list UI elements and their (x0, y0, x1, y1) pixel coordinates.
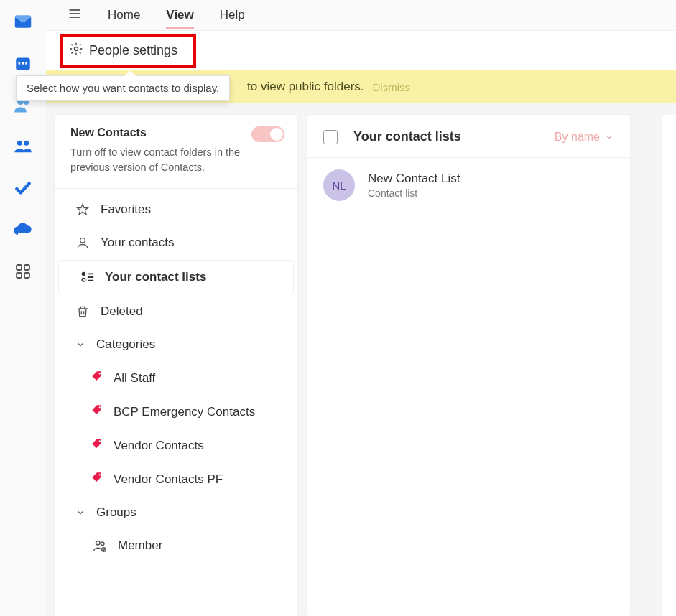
nav-list: Favorites Your contacts Your contact lis… (55, 189, 297, 566)
nav-your-contacts[interactable]: Your contacts (55, 226, 297, 259)
tooltip: Select how you want contacts to display. (16, 75, 230, 101)
top-tab-strip: Home View Help (46, 0, 676, 30)
nav-your-contact-lists-label: Your contact lists (105, 270, 206, 284)
svg-point-7 (24, 141, 29, 146)
rail-calendar-icon[interactable] (11, 52, 34, 75)
list-title: Your contact lists (353, 129, 555, 144)
svg-point-14 (82, 272, 86, 276)
contact-list-item[interactable]: NL New Contact List Contact list (307, 158, 630, 213)
new-contacts-toggle[interactable] (251, 126, 284, 142)
tab-view[interactable]: View (166, 8, 193, 22)
category-all-staff[interactable]: All Staff (55, 361, 297, 395)
nav-groups[interactable]: Groups (55, 496, 297, 529)
tag-icon (91, 471, 103, 487)
banner-dismiss[interactable]: Dismiss (373, 81, 411, 93)
sort-dropdown[interactable]: By name (555, 131, 614, 144)
list-item-texts: New Contact List Contact list (368, 172, 460, 199)
people-settings-label: People settings (89, 43, 177, 58)
svg-point-16 (99, 373, 101, 374)
nav-member[interactable]: Member (55, 529, 297, 562)
banner-text: to view public folders. (247, 80, 364, 94)
content-area: New Contacts Turn off to view contact fo… (46, 103, 676, 616)
star-icon (75, 202, 91, 218)
folder-pane: New Contacts Turn off to view contact fo… (55, 115, 297, 616)
svg-point-18 (99, 440, 101, 442)
svg-rect-1 (19, 62, 21, 65)
svg-rect-10 (17, 273, 22, 278)
category-label: Vendor Contacts PF (114, 472, 223, 487)
nav-favorites-label: Favorites (101, 202, 151, 217)
people-list-icon (79, 269, 95, 285)
svg-point-13 (80, 238, 85, 243)
nav-deleted-label: Deleted (101, 304, 143, 319)
chevron-down-icon (75, 505, 86, 521)
list-item-subtitle: Contact list (368, 187, 460, 199)
toggle-knob (270, 128, 283, 141)
svg-point-15 (82, 278, 85, 281)
member-icon (92, 538, 108, 554)
nav-your-contact-lists[interactable]: Your contact lists (59, 261, 293, 294)
list-item-title: New Contact List (368, 172, 460, 186)
person-icon (75, 235, 91, 251)
chevron-down-icon (604, 132, 614, 142)
new-contacts-card: New Contacts Turn off to view contact fo… (55, 115, 297, 189)
list-pane: Your contact lists By name NL New Contac… (307, 115, 630, 616)
svg-rect-9 (24, 265, 29, 270)
avatar: NL (323, 169, 355, 201)
nav-your-contacts-label: Your contacts (101, 235, 174, 250)
svg-rect-2 (22, 62, 24, 65)
category-label: Vendor Contacts (114, 439, 204, 453)
category-label: BCP Emergency Contacts (114, 405, 255, 419)
category-label: All Staff (114, 371, 155, 386)
tag-icon (91, 403, 103, 420)
tab-help[interactable]: Help (220, 8, 245, 22)
ribbon: People settings (46, 30, 676, 70)
rail-mail-icon[interactable] (11, 10, 34, 33)
rail-onedrive-icon[interactable] (11, 218, 34, 241)
tag-icon (91, 370, 103, 386)
svg-rect-8 (17, 265, 22, 270)
list-header: Your contact lists By name (307, 115, 630, 158)
category-vendor-contacts-pf[interactable]: Vendor Contacts PF (55, 462, 297, 496)
nav-categories[interactable]: Categories (55, 328, 297, 361)
svg-point-17 (99, 406, 101, 408)
rail-todo-icon[interactable] (11, 177, 34, 200)
svg-rect-3 (25, 62, 27, 65)
nav-deleted[interactable]: Deleted (55, 295, 297, 328)
svg-point-12 (75, 47, 78, 51)
nav-favorites[interactable]: Favorites (55, 193, 297, 226)
tag-icon (91, 437, 103, 454)
category-bcp-emergency[interactable]: BCP Emergency Contacts (55, 395, 297, 429)
tab-home[interactable]: Home (108, 8, 140, 22)
rail-groups-icon[interactable] (11, 135, 34, 158)
people-settings-button[interactable]: People settings (62, 37, 185, 64)
trash-icon (75, 304, 91, 319)
chevron-down-icon (75, 337, 86, 353)
nav-member-label: Member (118, 538, 162, 553)
svg-rect-11 (24, 273, 29, 278)
svg-point-5 (24, 100, 29, 105)
gear-icon (69, 42, 83, 60)
rail-apps-icon[interactable] (11, 260, 34, 283)
detail-pane (662, 115, 676, 616)
category-vendor-contacts[interactable]: Vendor Contacts (55, 429, 297, 462)
hamburger-icon[interactable] (68, 6, 82, 24)
nav-groups-label: Groups (96, 505, 136, 520)
svg-point-21 (101, 542, 104, 546)
svg-point-20 (96, 541, 101, 546)
select-all-checkbox[interactable] (323, 130, 338, 144)
sort-label: By name (555, 131, 600, 144)
nav-categories-label: Categories (96, 337, 155, 352)
svg-point-19 (99, 474, 101, 475)
svg-point-6 (17, 141, 22, 146)
new-contacts-desc: Turn off to view contact folders in the … (70, 145, 257, 175)
